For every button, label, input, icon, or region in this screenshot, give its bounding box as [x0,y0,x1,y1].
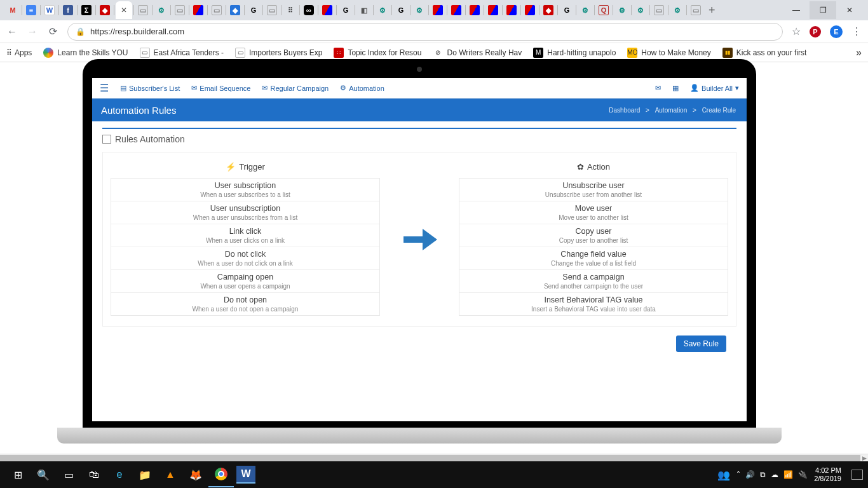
tab-bug-7-icon[interactable]: ⚙ [672,5,682,15]
action-change-field-value[interactable]: Change field valueChange the value of a … [459,247,728,270]
tab-redblue-1-icon[interactable] [193,5,203,15]
tab-bug-3-icon[interactable]: ⚙ [414,5,424,15]
nav-regular-campaign[interactable]: ✉Regular Campaign [262,84,329,92]
tab-bug-2-icon[interactable]: ⚙ [377,5,388,15]
bookmark-kick-ass[interactable]: ▮▮Kick ass on your first [722,48,807,58]
hamburger-menu-button[interactable]: ☰ [100,82,109,94]
tab-google-4-icon[interactable]: G [562,5,572,15]
people-icon[interactable]: 👥 [717,469,730,481]
taskbar-word[interactable]: W [236,466,255,484]
taskbar-explorer[interactable]: 📁 [132,462,158,487]
tab-blank-1-icon[interactable]: ▭ [138,5,148,15]
nav-automation[interactable]: ⚙Automation [340,84,384,92]
tab-black-icon[interactable]: ∞ [304,5,314,15]
nav-forward-button[interactable]: → [27,26,38,37]
tab-google-2-icon[interactable]: G [341,5,351,15]
dropbox-icon[interactable]: ⧉ [760,470,766,479]
task-view-button[interactable]: ▭ [56,462,81,487]
scroll-thumb[interactable] [0,455,860,461]
tab-rb-8-icon[interactable] [525,5,535,15]
bookmark-writers[interactable]: ⊘Do Writers Really Hav [433,48,522,58]
nav-email-sequence[interactable]: ✉Email Sequence [191,84,250,92]
tab-google-3-icon[interactable]: G [396,5,406,15]
tab-close-icon[interactable]: ✕ [121,6,127,15]
browser-menu-button[interactable]: ⋮ [851,25,862,37]
battery-icon[interactable]: 🔌 [798,470,808,479]
tab-blank-5-icon[interactable]: ▭ [654,5,664,15]
taskbar-chrome[interactable] [208,462,234,487]
taskbar-firefox[interactable]: 🦊 [183,462,208,487]
trigger-link-click[interactable]: Link clickWhen a user clicks on a link [111,224,379,247]
window-minimize-button[interactable]: — [783,1,810,19]
start-button[interactable]: ⊞ [5,462,31,487]
trigger-user-subscription[interactable]: User subscriptionWhen a user subscribes … [111,179,379,201]
tab-bug-4-icon[interactable]: ⚙ [580,5,590,15]
window-close-button[interactable]: ✕ [836,1,863,19]
bookmark-topic-index[interactable]: ∷Topic Index for Resou [334,48,421,58]
tab-bug-5-icon[interactable]: ⚙ [617,5,627,15]
tab-blank-6-icon[interactable]: ▭ [691,5,701,15]
tab-dots-icon[interactable]: ⠿ [285,5,295,15]
tab-redblue-2-icon[interactable] [322,5,332,15]
taskbar-clock[interactable]: 4:02 PM 2/8/2019 [814,466,845,483]
tab-facebook-icon[interactable]: f [63,5,73,15]
nav-mail-icon[interactable]: ✉ [655,84,661,92]
bookmark-make-money[interactable]: MOHow to Make Money [627,48,710,58]
trigger-campaign-open[interactable]: Campaing openWhen a user opens a campaig… [111,270,379,293]
active-tab[interactable]: ✕ [116,1,132,19]
tab-bluesq-icon[interactable]: ◆ [230,5,240,15]
window-maximize-button[interactable]: ❐ [810,1,836,19]
taskbar-vlc[interactable]: ▲ [158,462,183,487]
nav-subscribers-list[interactable]: ▤Subscriber's List [120,84,180,92]
tab-bug-6-icon[interactable]: ⚙ [635,5,646,15]
tab-rb-3-icon[interactable] [433,5,443,15]
action-insert-behavioral-tag[interactable]: Insert Behavioral TAG valueInsert a Beha… [459,293,728,315]
pinterest-extension-icon[interactable]: P [810,26,821,37]
tab-blank-2-icon[interactable]: ▭ [175,5,185,15]
horizontal-scrollbar[interactable]: ◀ ▶ [0,454,868,461]
tab-google-1-icon[interactable]: G [248,5,259,15]
nav-reload-button[interactable]: ⟳ [47,26,58,37]
crumb-automation[interactable]: Automation [655,107,688,114]
bookmark-hard-hitting[interactable]: MHard-hitting unapolo [533,48,616,58]
tray-expand-icon[interactable]: ˄ [736,470,740,479]
tab-rb-6-icon[interactable] [488,5,498,15]
taskbar-edge[interactable]: e [107,462,132,487]
action-move-user[interactable]: Move userMove user to another list [459,201,728,224]
system-tray[interactable]: ˄ 🔊 ⧉ ☁ 📶 🔌 [736,470,808,479]
action-send-campaign[interactable]: Send a campaignSend another campaign to … [459,270,728,293]
volume-icon[interactable]: 🔊 [745,470,755,479]
tab-docs-icon[interactable]: ≡ [26,5,36,15]
bookmark-star-button[interactable]: ☆ [792,25,801,37]
tab-quora-icon[interactable]: Q [599,5,609,15]
trigger-do-not-open[interactable]: Do not openWhen a user do not open a cam… [111,293,379,315]
scroll-right-arrow[interactable]: ▶ [860,454,868,462]
bookmarks-overflow-button[interactable]: » [856,47,862,58]
action-unsubscribe-user[interactable]: Unsubscribe userUnsubscribe user from an… [459,179,728,201]
crumb-dashboard[interactable]: Dashboard [609,107,640,114]
tab-wikipedia-icon[interactable]: W [44,5,55,15]
tab-red-2-icon[interactable]: ◆ [543,5,553,15]
tab-blank-4-icon[interactable]: ▭ [267,5,277,15]
action-center-button[interactable] [851,470,863,480]
tab-rb-7-icon[interactable] [506,5,517,15]
tab-blank-3-icon[interactable]: ▭ [212,5,222,15]
omnibox[interactable]: 🔒 https://resp.builderall.com [67,23,783,41]
new-tab-button[interactable]: + [709,4,715,17]
bookmark-importers[interactable]: ▭Importers Buyers Exp [235,48,322,58]
onedrive-icon[interactable]: ☁ [771,470,778,479]
trigger-do-not-click[interactable]: Do not clickWhen a user do not click on … [111,247,379,270]
nav-back-button[interactable]: ← [6,26,18,37]
taskbar-search-button[interactable]: 🔍 [31,462,56,487]
taskbar-store[interactable]: 🛍 [81,462,107,487]
action-copy-user[interactable]: Copy userCopy user to another list [459,224,728,247]
nav-template-icon[interactable]: ▦ [672,84,679,92]
bookmark-east-africa[interactable]: ▭East Africa Tenders - [140,48,224,58]
tab-red-icon[interactable]: ◆ [100,5,110,15]
save-rule-button[interactable]: Save Rule [676,336,726,352]
profile-avatar-button[interactable]: E [830,25,843,38]
tab-gmail-icon[interactable]: M [8,5,18,15]
tab-bug-1-icon[interactable]: ⚙ [156,5,166,15]
tab-rb-4-icon[interactable] [451,5,461,15]
trigger-user-unsubscription[interactable]: User unsubscriptionWhen a user unsubscri… [111,201,379,224]
